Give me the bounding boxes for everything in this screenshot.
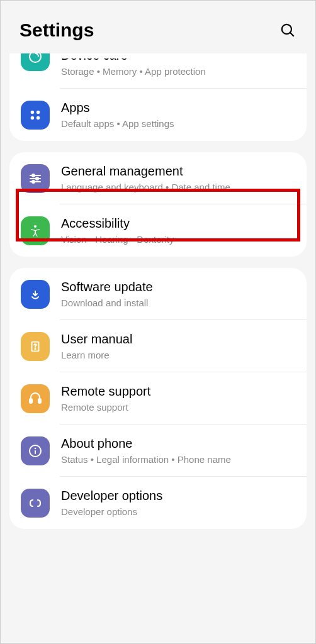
item-title: Apps [61, 99, 295, 116]
svg-point-19 [35, 447, 37, 449]
developer-options-icon [21, 489, 50, 518]
item-subtitle: Storage • Memory • App protection [61, 65, 295, 78]
svg-rect-16 [30, 399, 32, 403]
settings-item-user-manual[interactable]: User manual Learn more [9, 320, 307, 372]
item-title: Remote support [61, 383, 295, 399]
svg-line-1 [290, 33, 294, 36]
settings-header: Settings [1, 1, 315, 53]
svg-point-0 [282, 25, 291, 34]
software-update-icon [21, 280, 50, 309]
search-icon [279, 22, 296, 38]
item-subtitle: Remote support [61, 401, 295, 414]
device-care-icon [21, 53, 50, 71]
item-subtitle: Download and install [61, 296, 295, 309]
settings-group: Device care Storage • Memory • App prote… [9, 53, 307, 141]
svg-point-6 [37, 116, 40, 119]
item-title: Device care [61, 53, 295, 64]
apps-icon [21, 101, 50, 130]
settings-item-apps[interactable]: Apps Default apps • App settings [9, 89, 307, 141]
item-text: Apps Default apps • App settings [61, 99, 295, 130]
item-subtitle: Status • Legal information • Phone name [61, 453, 295, 466]
item-text: User manual Learn more [61, 331, 295, 362]
svg-rect-20 [35, 450, 36, 454]
item-text: Remote support Remote support [61, 383, 295, 414]
settings-item-general-management[interactable]: General management Language and keyboard… [9, 152, 307, 204]
item-text: Device care Storage • Memory • App prote… [61, 53, 295, 78]
settings-item-remote-support[interactable]: Remote support Remote support [9, 372, 307, 425]
svg-rect-17 [38, 399, 41, 403]
svg-point-10 [36, 177, 38, 180]
settings-item-about-phone[interactable]: About phone Status • Legal information •… [9, 425, 307, 477]
item-text: Developer options Developer options [61, 487, 295, 518]
item-text: General management Language and keyboard… [61, 163, 295, 194]
page-title: Settings [20, 19, 94, 41]
item-title: General management [61, 163, 295, 179]
item-title: About phone [61, 435, 295, 452]
settings-item-software-update[interactable]: Software update Download and install [9, 268, 307, 320]
item-subtitle: Developer options [61, 505, 295, 518]
svg-point-8 [32, 174, 35, 177]
item-title: User manual [61, 331, 295, 347]
about-phone-icon [21, 436, 50, 465]
user-manual-icon [21, 332, 50, 361]
settings-group: Software update Download and install Use… [9, 268, 307, 529]
search-button[interactable] [279, 21, 296, 39]
item-subtitle: Learn more [61, 348, 295, 362]
settings-item-device-care[interactable]: Device care Storage • Memory • App prote… [9, 53, 307, 89]
item-text: Software update Download and install [61, 279, 295, 309]
item-subtitle: Language and keyboard • Date and time [61, 180, 295, 194]
svg-point-3 [31, 110, 35, 114]
item-title: Accessibility [61, 215, 295, 231]
item-title: Software update [61, 279, 295, 295]
settings-item-developer-options[interactable]: Developer options Developer options [9, 477, 307, 529]
general-management-icon [21, 164, 50, 193]
item-text: Accessibility Vision • Hearing • Dexteri… [61, 215, 295, 246]
svg-point-13 [34, 225, 37, 228]
item-subtitle: Vision • Hearing • Dexterity [61, 233, 295, 246]
item-subtitle: Default apps • App settings [61, 117, 295, 130]
settings-group: General management Language and keyboard… [9, 152, 307, 257]
svg-point-5 [31, 116, 35, 119]
svg-point-15 [35, 348, 35, 348]
svg-point-12 [32, 180, 35, 183]
item-text: About phone Status • Legal information •… [61, 435, 295, 466]
svg-point-2 [30, 53, 41, 62]
svg-point-4 [37, 110, 40, 114]
settings-list: Device care Storage • Memory • App prote… [1, 53, 315, 529]
settings-item-accessibility[interactable]: Accessibility Vision • Hearing • Dexteri… [9, 204, 307, 257]
accessibility-icon [21, 216, 50, 245]
remote-support-icon [21, 384, 50, 413]
item-title: Developer options [61, 487, 295, 504]
